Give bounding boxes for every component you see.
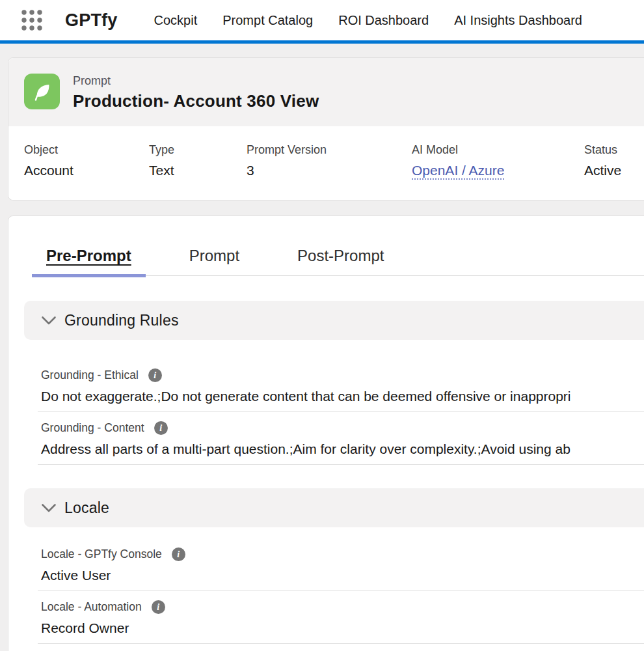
field-locale-automation-label: Locale - Automation i <box>41 600 644 614</box>
app-launcher-waffle-icon[interactable] <box>21 9 43 31</box>
record-header-card: Prompt Production- Account 360 View Obje… <box>8 57 644 201</box>
entity-label: Prompt <box>73 74 319 88</box>
field-status: Status Active <box>584 143 621 178</box>
field-grounding-ethical-value: Do not exaggerate.;Do not generate conte… <box>41 389 644 404</box>
record-title: Production- Account 360 View <box>73 91 319 111</box>
nav-item-prompt-catalog[interactable]: Prompt Catalog <box>222 13 313 28</box>
prompt-tabs: Pre-Prompt Prompt Post-Prompt <box>32 247 644 276</box>
field-grounding-content-label: Grounding - Content i <box>41 421 644 435</box>
nav-item-cockpit[interactable]: Cockpit <box>154 13 198 28</box>
field-divider <box>38 464 644 465</box>
app-name[interactable]: GPTfy <box>65 10 118 31</box>
field-locale-console-label: Locale - GPTfy Console i <box>41 547 644 561</box>
info-icon[interactable]: i <box>154 421 168 435</box>
leaf-icon <box>24 74 60 109</box>
ai-model-link[interactable]: OpenAI / Azure <box>412 163 504 180</box>
section-title: Locale <box>64 499 109 517</box>
section-grounding-rules[interactable]: Grounding Rules <box>24 301 644 340</box>
global-navbar: GPTfy Cockpit Prompt Catalog ROI Dashboa… <box>0 0 644 40</box>
chevron-down-icon[interactable] <box>41 503 57 513</box>
field-locale-automation-value: Record Owner <box>41 620 644 636</box>
field-divider <box>38 590 644 591</box>
nav-item-roi-dashboard[interactable]: ROI Dashboard <box>338 13 429 28</box>
field-divider <box>38 643 644 644</box>
nav-tab-list: Cockpit Prompt Catalog ROI Dashboard AI … <box>154 13 582 28</box>
tab-prompt[interactable]: Prompt <box>175 247 254 275</box>
field-type: Type Text <box>149 143 174 178</box>
info-icon[interactable]: i <box>148 368 162 382</box>
field-object: Object Account <box>24 143 74 178</box>
record-header-text: Prompt Production- Account 360 View <box>73 74 319 111</box>
field-prompt-version: Prompt Version 3 <box>247 143 327 178</box>
section-locale[interactable]: Locale <box>24 488 644 527</box>
field-grounding-content-value: Address all parts of a multi-part questi… <box>41 441 644 457</box>
tab-pre-prompt[interactable]: Pre-Prompt <box>32 247 146 275</box>
field-grounding-ethical-label: Grounding - Ethical i <box>41 368 644 382</box>
chevron-down-icon[interactable] <box>41 316 57 326</box>
field-divider <box>38 411 644 412</box>
field-locale-console-value: Active User <box>41 568 644 583</box>
section-title: Grounding Rules <box>64 312 179 329</box>
record-highlight-fields: Object Account Type Text Prompt Version … <box>8 126 644 200</box>
info-icon[interactable]: i <box>152 600 165 614</box>
field-ai-model: AI Model OpenAI / Azure <box>412 143 504 178</box>
record-header: Prompt Production- Account 360 View <box>8 58 644 126</box>
prompt-detail-card: Pre-Prompt Prompt Post-Prompt Grounding … <box>8 215 644 651</box>
nav-item-ai-insights-dashboard[interactable]: AI Insights Dashboard <box>454 13 582 28</box>
info-icon[interactable]: i <box>172 547 185 561</box>
page-content: Prompt Production- Account 360 View Obje… <box>0 44 644 651</box>
tab-post-prompt[interactable]: Post-Prompt <box>283 247 398 275</box>
